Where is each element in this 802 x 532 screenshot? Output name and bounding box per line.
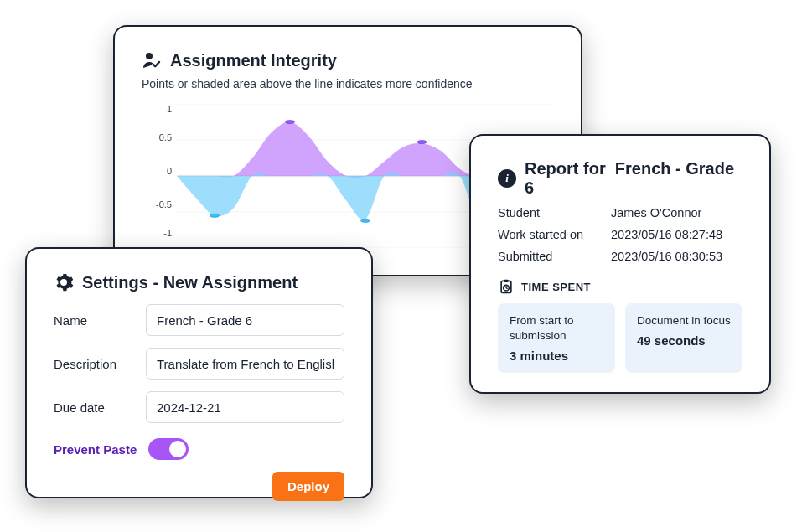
prevent-paste-toggle[interactable] [148, 438, 189, 460]
time-card-submission: From start to submission 3 minutes [498, 303, 615, 373]
form-row-due-date: Due date [54, 391, 344, 423]
deploy-button[interactable]: Deploy [272, 472, 344, 501]
info-icon: i [498, 169, 516, 188]
report-title-prefix: Report for [525, 159, 606, 178]
report-value: James O'Connor [611, 206, 742, 220]
prevent-paste-label: Prevent Paste [54, 442, 137, 457]
chart-y-ticks: 1 0.5 0 -0.5 -1 [142, 104, 172, 248]
report-label: Submitted [498, 250, 611, 263]
description-label: Description [54, 357, 146, 371]
report-label: Work started on [498, 228, 611, 241]
report-label: Student [498, 206, 611, 220]
y-tick: -0.5 [142, 199, 172, 209]
report-row-submitted: Submitted 2023/05/16 08:30:53 [498, 250, 742, 263]
gear-icon [54, 272, 74, 292]
time-card-value: 3 minutes [510, 349, 603, 363]
y-tick: 0 [142, 166, 172, 176]
svg-point-0 [146, 53, 153, 59]
svg-point-6 [286, 120, 295, 123]
time-spent-header: TIME SPENT [498, 278, 742, 295]
due-date-input[interactable] [146, 391, 344, 423]
report-row-started: Work started on 2023/05/16 08:27:48 [498, 228, 742, 241]
svg-point-10 [361, 219, 370, 222]
description-input[interactable] [146, 348, 344, 380]
time-card-caption: Document in focus [637, 313, 731, 328]
svg-point-7 [417, 141, 427, 144]
integrity-title: Assignment Integrity [170, 51, 337, 70]
due-date-label: Due date [54, 400, 146, 415]
settings-header: Settings - New Assignment [54, 272, 344, 292]
name-label: Name [54, 313, 146, 328]
settings-actions: Deploy [54, 472, 344, 501]
form-row-name: Name [54, 304, 344, 336]
integrity-header: Assignment Integrity [142, 50, 554, 70]
time-cards: From start to submission 3 minutes Docum… [498, 303, 742, 373]
report-value: 2023/05/16 08:30:53 [611, 250, 742, 263]
y-tick: 0.5 [142, 132, 172, 142]
time-card-value: 49 seconds [637, 333, 731, 348]
report-header: i Report for French - Grade 6 [498, 159, 742, 198]
y-tick: 1 [142, 104, 172, 114]
time-spent-label: TIME SPENT [521, 281, 591, 293]
settings-card: Settings - New Assignment Name Descripti… [25, 247, 373, 498]
form-row-prevent-paste: Prevent Paste [54, 438, 344, 460]
report-row-student: Student James O'Connor [498, 206, 742, 220]
report-card: i Report for French - Grade 6 Student Ja… [469, 134, 771, 394]
svg-point-9 [210, 214, 220, 217]
svg-rect-13 [504, 280, 509, 282]
time-card-caption: From start to submission [510, 313, 603, 343]
name-input[interactable] [146, 304, 344, 336]
integrity-subtitle: Points or shaded area above the line ind… [142, 77, 554, 90]
time-card-focus: Document in focus 49 seconds [625, 303, 742, 373]
y-tick: -1 [142, 228, 172, 238]
clipboard-clock-icon [498, 278, 515, 295]
settings-title: Settings - New Assignment [82, 273, 298, 292]
time-spent-section: TIME SPENT From start to submission 3 mi… [498, 278, 742, 373]
form-row-description: Description [54, 348, 344, 380]
report-value: 2023/05/16 08:27:48 [611, 228, 742, 241]
person-check-icon [142, 50, 162, 70]
report-title: Report for French - Grade 6 [525, 159, 742, 198]
report-rows: Student James O'Connor Work started on 2… [498, 206, 742, 263]
